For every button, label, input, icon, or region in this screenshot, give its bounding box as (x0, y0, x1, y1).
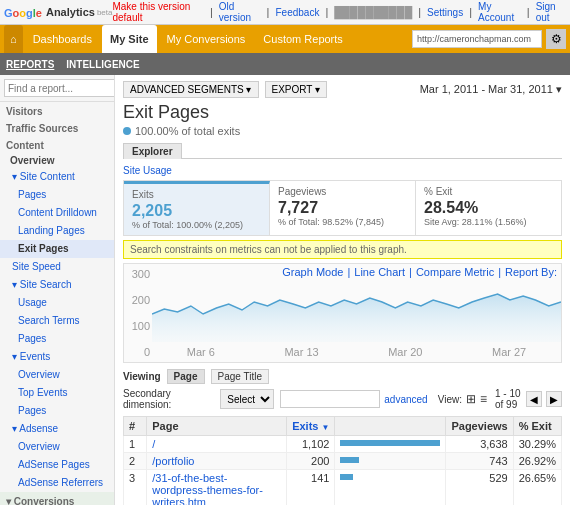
view-tab-page[interactable]: Page (167, 369, 205, 384)
advanced-link[interactable]: advanced (384, 394, 427, 405)
metric-pct-exit[interactable]: % Exit 28.54% Site Avg: 28.11% (1.56%) (416, 181, 561, 235)
intelligence-nav[interactable]: INTELLIGENCE (66, 59, 139, 70)
date-range-selector[interactable]: Mar 1, 2011 - Mar 31, 2011 ▾ (420, 83, 562, 96)
sign-out-link[interactable]: Sign out (536, 1, 566, 23)
sidebar-item-landing-pages[interactable]: Landing Pages (0, 222, 114, 240)
table-search-input[interactable] (280, 390, 380, 408)
explorer-tab[interactable]: Explorer (123, 143, 182, 159)
cell-bar (335, 470, 446, 506)
sidebar-item-adsense-overview[interactable]: Overview (0, 438, 114, 456)
view-controls: Viewing Page Page Title (123, 369, 562, 384)
my-site-tab[interactable]: My Site (102, 25, 157, 53)
sidebar-item-site-speed[interactable]: Site Speed (0, 258, 114, 276)
top-bar: Google Analytics beta Make this version … (0, 0, 570, 25)
next-page-button[interactable]: ▶ (546, 391, 562, 407)
exits-sub: % of Total: 100.00% (2,205) (132, 220, 261, 230)
pct-exit-sub: Site Avg: 28.11% (1.56%) (424, 217, 553, 227)
reports-nav[interactable]: REPORTS (6, 59, 54, 70)
make-default-link[interactable]: Make this version default (112, 1, 203, 23)
custom-reports-label: Custom Reports (263, 33, 342, 45)
feedback-link[interactable]: Feedback (275, 7, 319, 18)
view-tab-page-title[interactable]: Page Title (211, 369, 269, 384)
sidebar-item-content-drilldown[interactable]: Content Drilldown (0, 204, 114, 222)
sidebar-item-content[interactable]: Content (0, 136, 114, 153)
th-exits[interactable]: Exits ▼ (287, 417, 335, 436)
sidebar-item-usage[interactable]: Usage (0, 294, 114, 312)
site-usage-link[interactable]: Site Usage (123, 165, 562, 176)
sidebar-item-pages[interactable]: Pages (0, 186, 114, 204)
page-link[interactable]: /31-of-the-best-wordpress-themes-for-wri… (152, 472, 263, 505)
advanced-segments-button[interactable]: ADVANCED SEGMENTS ▾ (123, 81, 259, 98)
cell-page: /portfolio (147, 453, 287, 470)
secondary-dim-select[interactable]: Select (220, 389, 274, 409)
my-account-link[interactable]: My Account (478, 1, 521, 23)
sidebar-item-adsense-pages[interactable]: AdSense Pages (0, 456, 114, 474)
dim-search: advanced View: ⊞ ≡ 1 - 10 of 99 ◀ ▶ (280, 388, 562, 410)
sidebar-item-events-pages[interactable]: Pages (0, 402, 114, 420)
my-site-label: My Site (110, 33, 149, 45)
content-group: Overview ▾ Site Content Pages Content Dr… (0, 153, 114, 492)
chart-warning: Search constraints on metrics can not be… (123, 240, 562, 259)
export-button[interactable]: EXPORT ▾ (265, 81, 328, 98)
cell-exits: 200 (287, 453, 335, 470)
content-header-left: ADVANCED SEGMENTS ▾ EXPORT ▾ (123, 81, 327, 98)
logo: Google Analytics beta (4, 5, 112, 20)
pct-exit-value: 28.54% (424, 199, 553, 217)
cell-exits: 1,102 (287, 436, 335, 453)
analytics-label: Analytics (46, 6, 95, 18)
my-conversions-tab[interactable]: My Conversions (159, 25, 254, 53)
sidebar-label-overview[interactable]: Overview (0, 153, 114, 168)
sidebar-item-visitors[interactable]: Visitors (0, 102, 114, 119)
sidebar-site-content-label[interactable]: ▾ Site Content (0, 168, 114, 186)
data-table: # Page Exits ▼ Pageviews % Exit 1 / 1,10… (123, 416, 562, 505)
sidebar-item-adsense-referrers[interactable]: AdSense Referrers (0, 474, 114, 492)
sidebar-item-search-terms[interactable]: Search Terms (0, 312, 114, 330)
beta-label: beta (97, 8, 113, 17)
old-version-link[interactable]: Old version (219, 1, 261, 23)
cell-num: 3 (124, 470, 147, 506)
th-num: # (124, 417, 147, 436)
sidebar-item-events-overview[interactable]: Overview (0, 366, 114, 384)
chart-xaxis: Mar 6 Mar 13 Mar 20 Mar 27 (152, 342, 561, 362)
pct-exit-label: % Exit (424, 186, 553, 197)
sidebar: 🔍 Visitors Traffic Sources Content Overv… (0, 75, 115, 505)
th-pct-exit[interactable]: % Exit (513, 417, 561, 436)
tab-bar: Explorer (123, 143, 562, 159)
sidebar-item-adsense[interactable]: ▾ Adsense (0, 420, 114, 438)
sidebar-item-pages2[interactable]: Pages (0, 330, 114, 348)
th-pageviews[interactable]: Pageviews (446, 417, 513, 436)
sidebar-item-site-search[interactable]: ▾ Site Search (0, 276, 114, 294)
sidebar-item-conversions[interactable]: ▾ Conversions (0, 492, 114, 505)
sidebar-item-traffic-sources[interactable]: Traffic Sources (0, 119, 114, 136)
sidebar-item-top-events[interactable]: Top Events (0, 384, 114, 402)
my-conversions-label: My Conversions (167, 33, 246, 45)
date-range-text: Mar 1, 2011 - Mar 31, 2011 ▾ (420, 83, 562, 96)
list-view-icon[interactable]: ≡ (480, 392, 487, 406)
dashboards-label: Dashboards (33, 33, 92, 45)
sidebar-item-exit-pages[interactable]: Exit Pages (0, 240, 114, 258)
search-input[interactable] (4, 79, 115, 97)
prev-page-button[interactable]: ◀ (526, 391, 542, 407)
cell-num: 1 (124, 436, 147, 453)
metric-exits[interactable]: Exits 2,205 % of Total: 100.00% (2,205) (124, 181, 270, 235)
page-link[interactable]: / (152, 438, 155, 450)
secondary-dim-label: Secondary dimension: (123, 388, 214, 410)
table-header-row: # Page Exits ▼ Pageviews % Exit (124, 417, 562, 436)
cell-page: / (147, 436, 287, 453)
metric-pageviews[interactable]: Pageviews 7,727 % of Total: 98.52% (7,84… (270, 181, 416, 235)
gear-button[interactable]: ⚙ (546, 29, 566, 49)
grid-view-icon[interactable]: ⊞ (466, 392, 476, 406)
viewing-label: Viewing (123, 371, 161, 382)
total-exits-text: 100.00% of total exits (135, 125, 240, 137)
chart-inner (152, 264, 561, 342)
main-layout: 🔍 Visitors Traffic Sources Content Overv… (0, 75, 570, 505)
table-body: 1 / 1,102 3,638 30.29% 2 /portfolio 200 … (124, 436, 562, 506)
dashboards-tab[interactable]: Dashboards (25, 25, 100, 53)
custom-reports-tab[interactable]: Custom Reports (255, 25, 350, 53)
th-page[interactable]: Page (147, 417, 287, 436)
home-tab[interactable]: ⌂ (4, 25, 23, 53)
page-link[interactable]: /portfolio (152, 455, 194, 467)
pageviews-label: Pageviews (278, 186, 407, 197)
settings-link[interactable]: Settings (427, 7, 463, 18)
sidebar-item-events[interactable]: ▾ Events (0, 348, 114, 366)
